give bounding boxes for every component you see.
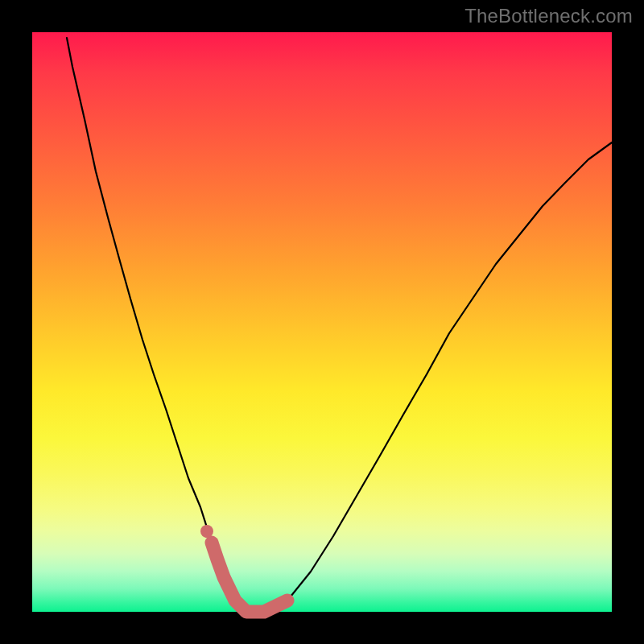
highlight-dot bbox=[200, 525, 213, 538]
chart-frame: TheBottleneck.com bbox=[0, 0, 644, 644]
curve-svg bbox=[32, 32, 612, 612]
highlight-curve bbox=[212, 543, 287, 612]
main-curve bbox=[67, 38, 612, 612]
plot-area bbox=[32, 32, 612, 612]
watermark-text: TheBottleneck.com bbox=[464, 5, 633, 27]
